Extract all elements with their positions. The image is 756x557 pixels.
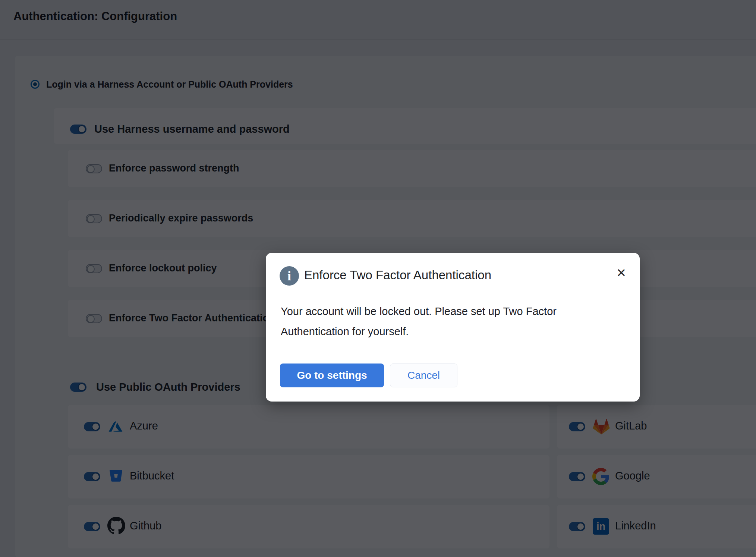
modal-body: Your account will be locked out. Please … — [281, 301, 557, 342]
authentication-configuration-page: Authentication: Configuration Login via … — [0, 0, 756, 557]
modal-title: Enforce Two Factor Authentication — [304, 268, 491, 282]
cancel-button[interactable]: Cancel — [390, 364, 457, 387]
modal-body-line: Authentication for yourself. — [281, 321, 557, 342]
two-factor-modal: i Enforce Two Factor Authentication ✕ Yo… — [266, 253, 640, 402]
modal-body-line: Your account will be locked out. Please … — [281, 301, 557, 321]
info-icon: i — [280, 266, 299, 286]
go-to-settings-button[interactable]: Go to settings — [280, 364, 384, 387]
close-icon[interactable]: ✕ — [616, 267, 626, 279]
